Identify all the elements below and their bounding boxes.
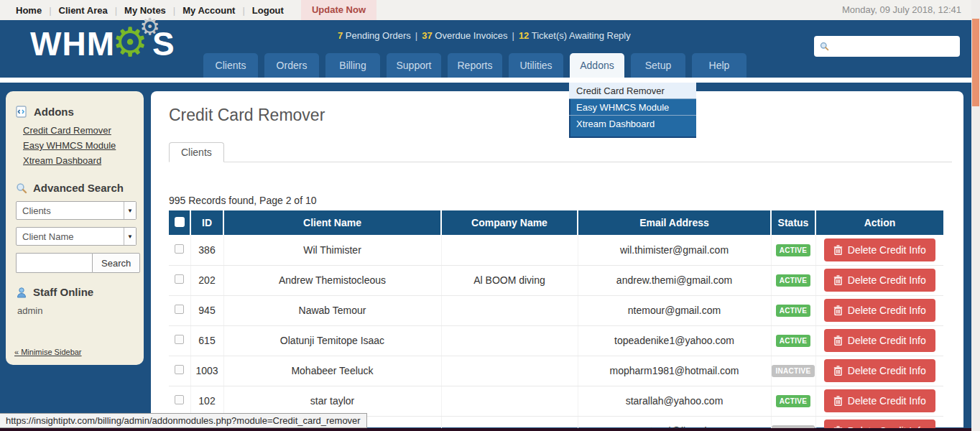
notification-count: 7 bbox=[338, 30, 343, 41]
nav-utilities[interactable]: Utilities bbox=[509, 53, 563, 78]
email-address: wil.thimister@gmail.com bbox=[578, 235, 771, 265]
notification-count: 37 bbox=[422, 30, 432, 41]
topbar-link-client-area[interactable]: Client Area bbox=[52, 5, 115, 16]
delete-button-label: Delete Credit Info bbox=[848, 335, 926, 346]
status-badge: INACTIVE bbox=[772, 365, 814, 377]
scrollbar-thumb[interactable] bbox=[972, 19, 979, 106]
client-name-link[interactable]: Wil Thimister bbox=[223, 235, 441, 265]
staff-person-icon bbox=[16, 287, 27, 298]
whmcs-logo[interactable]: WHM⚙⚙S bbox=[30, 23, 175, 65]
addons-dropdown-menu: Credit Card RemoverEasy WHMCS ModuleXtre… bbox=[569, 83, 696, 136]
trash-icon bbox=[833, 275, 843, 285]
action-cell: Delete Credit Info bbox=[815, 325, 943, 356]
row-checkbox[interactable] bbox=[175, 274, 184, 284]
client-id[interactable]: 202 bbox=[190, 265, 223, 295]
email-address: starallah@yahoo.com bbox=[578, 386, 771, 416]
nav-orders[interactable]: Orders bbox=[264, 53, 319, 78]
notification-ticket-s-awaiting-reply[interactable]: 12 Ticket(s) Awaiting Reply bbox=[519, 30, 631, 41]
topbar-link-logout[interactable]: Logout bbox=[245, 5, 291, 16]
nav-support[interactable]: Support bbox=[387, 53, 441, 78]
search-field-select[interactable]: Client Name ▼ bbox=[16, 227, 137, 246]
topbar-link-my-account[interactable]: My Account bbox=[175, 5, 242, 16]
sidebar-addons-header: Addons bbox=[16, 106, 135, 118]
notification-summary: 7 Pending Orders|37 Overdue Invoices|12 … bbox=[338, 30, 631, 41]
client-id[interactable]: 102 bbox=[190, 386, 223, 416]
update-now-button[interactable]: Update Now bbox=[301, 0, 376, 20]
header-action: Action bbox=[815, 210, 943, 235]
search-type-select[interactable]: Clients ▼ bbox=[16, 201, 137, 220]
row-checkbox[interactable] bbox=[175, 305, 184, 314]
row-select-cell bbox=[169, 325, 190, 356]
notification-count: 12 bbox=[519, 30, 529, 41]
nav-help[interactable]: Help bbox=[692, 53, 746, 78]
client-name-link[interactable]: Olatunji Temitope Isaac bbox=[223, 325, 441, 356]
nav-billing[interactable]: Billing bbox=[325, 53, 380, 78]
staff-online-list: admin bbox=[17, 305, 135, 316]
email-address: andrew.themi@gmail.com bbox=[578, 265, 771, 295]
sidebar-link-easy-whmcs-module[interactable]: Easy WHMCS Module bbox=[23, 140, 116, 151]
table-body: 386 Wil Thimister wil.thimister@gmail.co… bbox=[169, 235, 943, 431]
header-search-box[interactable] bbox=[814, 36, 960, 57]
action-cell: Delete Credit Info bbox=[815, 386, 943, 416]
delete-credit-info-button[interactable]: Delete Credit Info bbox=[824, 238, 935, 261]
client-name-link[interactable]: Mohabeer Teeluck bbox=[223, 356, 441, 386]
staff-online-title: Staff Online bbox=[33, 286, 93, 298]
company-name bbox=[441, 325, 578, 356]
status-cell: ACTIVE bbox=[771, 295, 815, 325]
staff-online-header: Staff Online bbox=[16, 286, 135, 298]
nav-addons[interactable]: Addons bbox=[570, 53, 624, 78]
sidebar-link-xtream-dashboard[interactable]: Xtream Dashboard bbox=[23, 155, 101, 166]
notification-overdue-invoices[interactable]: 37 Overdue Invoices bbox=[422, 30, 507, 41]
status-badge: ACTIVE bbox=[776, 244, 810, 256]
sidebar-link-credit-card-remover[interactable]: Credit Card Remover bbox=[23, 125, 111, 136]
tab-clients[interactable]: Clients bbox=[169, 142, 224, 162]
nav-reports[interactable]: Reports bbox=[448, 53, 502, 78]
row-checkbox[interactable] bbox=[175, 244, 184, 254]
delete-credit-info-button[interactable]: Delete Credit Info bbox=[824, 329, 935, 352]
delete-credit-info-button[interactable]: Delete Credit Info bbox=[824, 359, 935, 382]
table-row: 1003 Mohabeer Teeluck mopharm1981@hotmai… bbox=[169, 356, 943, 386]
email-address: ntemour@gmail.com bbox=[578, 295, 771, 325]
trash-icon bbox=[833, 245, 843, 255]
client-id[interactable]: 386 bbox=[190, 235, 223, 265]
main-header: WHM⚙⚙S 7 Pending Orders|37 Overdue Invoi… bbox=[0, 20, 980, 78]
sidebar-search-input[interactable] bbox=[16, 253, 92, 273]
delete-credit-info-button[interactable]: Delete Credit Info bbox=[824, 269, 935, 292]
sidebar-search-button[interactable]: Search bbox=[92, 253, 140, 273]
screen-bottom-edge bbox=[0, 428, 980, 431]
header-search-input[interactable] bbox=[833, 36, 960, 57]
nav-setup[interactable]: Setup bbox=[631, 53, 685, 78]
dropdown-item-easy-whmcs-module[interactable]: Easy WHMCS Module bbox=[569, 99, 696, 116]
page-scrollbar[interactable] bbox=[971, 0, 980, 431]
row-checkbox[interactable] bbox=[175, 335, 184, 344]
table-row: 102 star taylor starallah@yahoo.com ACTI… bbox=[169, 386, 943, 416]
status-badge: ACTIVE bbox=[776, 395, 810, 407]
table-row: 386 Wil Thimister wil.thimister@gmail.co… bbox=[169, 235, 943, 265]
dropdown-item-xtream-dashboard[interactable]: Xtream Dashboard bbox=[569, 116, 696, 132]
search-type-value: Clients bbox=[17, 205, 124, 216]
client-name-link[interactable]: Nawab Temour bbox=[223, 295, 441, 325]
minimise-sidebar-link[interactable]: « Minimise Sidebar bbox=[14, 348, 82, 356]
main-nav: ClientsOrdersBillingSupportReportsUtilit… bbox=[203, 53, 746, 78]
client-id[interactable]: 945 bbox=[190, 295, 223, 325]
select-all-checkbox[interactable] bbox=[175, 217, 185, 227]
row-select-cell bbox=[169, 356, 190, 386]
topbar-link-home[interactable]: Home bbox=[9, 5, 49, 16]
notification-pending-orders[interactable]: 7 Pending Orders bbox=[338, 30, 411, 41]
client-name-link[interactable]: star taylor bbox=[223, 386, 441, 416]
dropdown-item-credit-card-remover[interactable]: Credit Card Remover bbox=[569, 83, 696, 99]
delete-credit-info-button[interactable]: Delete Credit Info bbox=[824, 299, 935, 322]
company-name bbox=[441, 235, 578, 265]
trash-icon bbox=[833, 305, 843, 315]
row-checkbox[interactable] bbox=[175, 395, 184, 404]
nav-clients[interactable]: Clients bbox=[203, 53, 258, 78]
row-select-cell bbox=[169, 235, 190, 265]
row-checkbox[interactable] bbox=[175, 365, 184, 374]
client-name-link[interactable]: Andrew Themistocleous bbox=[223, 265, 441, 295]
sidebar-link-row: Credit Card Remover bbox=[23, 125, 135, 140]
delete-credit-info-button[interactable]: Delete Credit Info bbox=[824, 389, 935, 412]
company-name bbox=[441, 295, 578, 325]
client-id[interactable]: 1003 bbox=[190, 356, 223, 386]
header-company-name: Company Name bbox=[441, 210, 578, 235]
client-id[interactable]: 615 bbox=[190, 325, 223, 356]
